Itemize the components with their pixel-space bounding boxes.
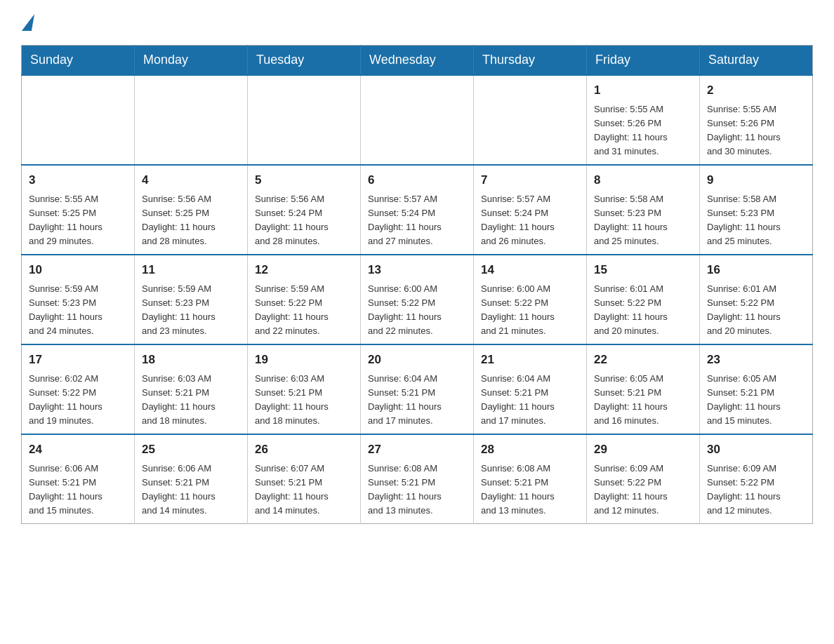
logo bbox=[21, 14, 33, 31]
calendar-cell bbox=[361, 75, 474, 165]
day-info: Sunrise: 5:55 AMSunset: 5:26 PMDaylight:… bbox=[707, 102, 805, 159]
calendar-cell: 4Sunrise: 5:56 AMSunset: 5:25 PMDaylight… bbox=[135, 165, 248, 255]
day-number: 2 bbox=[707, 81, 805, 100]
calendar-cell: 19Sunrise: 6:03 AMSunset: 5:21 PMDayligh… bbox=[248, 344, 361, 434]
day-number: 3 bbox=[29, 171, 127, 189]
day-info: Sunrise: 5:56 AMSunset: 5:24 PMDaylight:… bbox=[255, 192, 353, 249]
day-info: Sunrise: 6:05 AMSunset: 5:21 PMDaylight:… bbox=[707, 372, 805, 429]
calendar-week-row-2: 3Sunrise: 5:55 AMSunset: 5:25 PMDaylight… bbox=[22, 165, 813, 255]
calendar-cell: 17Sunrise: 6:02 AMSunset: 5:22 PMDayligh… bbox=[22, 344, 135, 434]
day-info: Sunrise: 6:05 AMSunset: 5:21 PMDaylight:… bbox=[594, 372, 692, 429]
day-number: 14 bbox=[481, 261, 579, 279]
calendar-cell: 28Sunrise: 6:08 AMSunset: 5:21 PMDayligh… bbox=[474, 434, 587, 524]
day-number: 19 bbox=[255, 351, 353, 369]
day-info: Sunrise: 6:08 AMSunset: 5:21 PMDaylight:… bbox=[481, 462, 579, 518]
calendar-cell bbox=[248, 75, 361, 165]
calendar-cell: 21Sunrise: 6:04 AMSunset: 5:21 PMDayligh… bbox=[474, 344, 587, 434]
calendar-cell: 23Sunrise: 6:05 AMSunset: 5:21 PMDayligh… bbox=[700, 344, 813, 434]
calendar-cell: 8Sunrise: 5:58 AMSunset: 5:23 PMDaylight… bbox=[587, 165, 700, 255]
day-number: 10 bbox=[29, 261, 127, 279]
calendar-header-saturday: Saturday bbox=[700, 46, 813, 76]
calendar-cell: 1Sunrise: 5:55 AMSunset: 5:26 PMDaylight… bbox=[587, 75, 700, 165]
calendar-cell: 13Sunrise: 6:00 AMSunset: 5:22 PMDayligh… bbox=[361, 255, 474, 344]
day-info: Sunrise: 5:56 AMSunset: 5:25 PMDaylight:… bbox=[142, 192, 240, 249]
day-info: Sunrise: 6:02 AMSunset: 5:22 PMDaylight:… bbox=[29, 372, 127, 429]
calendar-cell: 5Sunrise: 5:56 AMSunset: 5:24 PMDaylight… bbox=[248, 165, 361, 255]
day-number: 15 bbox=[594, 261, 692, 279]
day-info: Sunrise: 6:03 AMSunset: 5:21 PMDaylight:… bbox=[255, 372, 353, 429]
day-info: Sunrise: 6:09 AMSunset: 5:22 PMDaylight:… bbox=[594, 462, 692, 518]
day-number: 24 bbox=[29, 441, 127, 459]
day-number: 29 bbox=[594, 441, 692, 459]
calendar-cell: 2Sunrise: 5:55 AMSunset: 5:26 PMDaylight… bbox=[700, 75, 813, 165]
calendar-week-row-5: 24Sunrise: 6:06 AMSunset: 5:21 PMDayligh… bbox=[22, 434, 813, 524]
day-info: Sunrise: 6:01 AMSunset: 5:22 PMDaylight:… bbox=[594, 282, 692, 339]
calendar-cell: 7Sunrise: 5:57 AMSunset: 5:24 PMDaylight… bbox=[474, 165, 587, 255]
day-number: 5 bbox=[255, 171, 353, 189]
day-number: 21 bbox=[481, 351, 579, 369]
calendar-week-row-4: 17Sunrise: 6:02 AMSunset: 5:22 PMDayligh… bbox=[22, 344, 813, 434]
day-number: 11 bbox=[142, 261, 240, 279]
calendar-header-monday: Monday bbox=[135, 46, 248, 76]
day-info: Sunrise: 5:58 AMSunset: 5:23 PMDaylight:… bbox=[707, 192, 805, 249]
day-number: 28 bbox=[481, 441, 579, 459]
day-info: Sunrise: 6:00 AMSunset: 5:22 PMDaylight:… bbox=[481, 282, 579, 339]
day-number: 22 bbox=[594, 351, 692, 369]
day-info: Sunrise: 6:04 AMSunset: 5:21 PMDaylight:… bbox=[368, 372, 466, 429]
day-number: 27 bbox=[368, 441, 466, 459]
day-number: 1 bbox=[594, 81, 692, 100]
calendar-cell bbox=[135, 75, 248, 165]
day-number: 13 bbox=[368, 261, 466, 279]
calendar-cell: 16Sunrise: 6:01 AMSunset: 5:22 PMDayligh… bbox=[700, 255, 813, 344]
calendar-cell bbox=[22, 75, 135, 165]
day-number: 4 bbox=[142, 171, 240, 189]
day-info: Sunrise: 5:55 AMSunset: 5:26 PMDaylight:… bbox=[594, 102, 692, 159]
day-number: 6 bbox=[368, 171, 466, 189]
calendar-header-friday: Friday bbox=[587, 46, 700, 76]
day-info: Sunrise: 6:09 AMSunset: 5:22 PMDaylight:… bbox=[707, 462, 805, 518]
day-number: 20 bbox=[368, 351, 466, 369]
calendar-header-sunday: Sunday bbox=[22, 46, 135, 76]
day-info: Sunrise: 5:59 AMSunset: 5:22 PMDaylight:… bbox=[255, 282, 353, 339]
day-info: Sunrise: 6:00 AMSunset: 5:22 PMDaylight:… bbox=[368, 282, 466, 339]
day-info: Sunrise: 5:55 AMSunset: 5:25 PMDaylight:… bbox=[29, 192, 127, 249]
page-header bbox=[21, 14, 813, 31]
calendar-cell: 26Sunrise: 6:07 AMSunset: 5:21 PMDayligh… bbox=[248, 434, 361, 524]
calendar-cell: 15Sunrise: 6:01 AMSunset: 5:22 PMDayligh… bbox=[587, 255, 700, 344]
day-info: Sunrise: 6:01 AMSunset: 5:22 PMDaylight:… bbox=[707, 282, 805, 339]
day-info: Sunrise: 6:08 AMSunset: 5:21 PMDaylight:… bbox=[368, 462, 466, 518]
day-number: 25 bbox=[142, 441, 240, 459]
day-number: 18 bbox=[142, 351, 240, 369]
calendar-header-thursday: Thursday bbox=[474, 46, 587, 76]
day-info: Sunrise: 5:59 AMSunset: 5:23 PMDaylight:… bbox=[29, 282, 127, 339]
calendar-cell: 3Sunrise: 5:55 AMSunset: 5:25 PMDaylight… bbox=[22, 165, 135, 255]
day-number: 16 bbox=[707, 261, 805, 279]
calendar-cell: 22Sunrise: 6:05 AMSunset: 5:21 PMDayligh… bbox=[587, 344, 700, 434]
calendar-cell bbox=[474, 75, 587, 165]
calendar-cell: 6Sunrise: 5:57 AMSunset: 5:24 PMDaylight… bbox=[361, 165, 474, 255]
calendar-cell: 11Sunrise: 5:59 AMSunset: 5:23 PMDayligh… bbox=[135, 255, 248, 344]
calendar-cell: 29Sunrise: 6:09 AMSunset: 5:22 PMDayligh… bbox=[587, 434, 700, 524]
day-number: 7 bbox=[481, 171, 579, 189]
day-info: Sunrise: 5:58 AMSunset: 5:23 PMDaylight:… bbox=[594, 192, 692, 249]
calendar-header-tuesday: Tuesday bbox=[248, 46, 361, 76]
calendar-cell: 20Sunrise: 6:04 AMSunset: 5:21 PMDayligh… bbox=[361, 344, 474, 434]
calendar-cell: 18Sunrise: 6:03 AMSunset: 5:21 PMDayligh… bbox=[135, 344, 248, 434]
day-number: 17 bbox=[29, 351, 127, 369]
day-info: Sunrise: 6:07 AMSunset: 5:21 PMDaylight:… bbox=[255, 462, 353, 518]
day-info: Sunrise: 6:06 AMSunset: 5:21 PMDaylight:… bbox=[29, 462, 127, 518]
day-info: Sunrise: 5:57 AMSunset: 5:24 PMDaylight:… bbox=[368, 192, 466, 249]
day-info: Sunrise: 6:06 AMSunset: 5:21 PMDaylight:… bbox=[142, 462, 240, 518]
calendar-cell: 30Sunrise: 6:09 AMSunset: 5:22 PMDayligh… bbox=[700, 434, 813, 524]
calendar-cell: 24Sunrise: 6:06 AMSunset: 5:21 PMDayligh… bbox=[22, 434, 135, 524]
calendar-cell: 12Sunrise: 5:59 AMSunset: 5:22 PMDayligh… bbox=[248, 255, 361, 344]
day-info: Sunrise: 6:03 AMSunset: 5:21 PMDaylight:… bbox=[142, 372, 240, 429]
calendar-week-row-1: 1Sunrise: 5:55 AMSunset: 5:26 PMDaylight… bbox=[22, 75, 813, 165]
calendar-cell: 9Sunrise: 5:58 AMSunset: 5:23 PMDaylight… bbox=[700, 165, 813, 255]
day-number: 23 bbox=[707, 351, 805, 369]
calendar-header-row: SundayMondayTuesdayWednesdayThursdayFrid… bbox=[22, 46, 813, 76]
day-number: 12 bbox=[255, 261, 353, 279]
day-number: 30 bbox=[707, 441, 805, 459]
calendar-cell: 27Sunrise: 6:08 AMSunset: 5:21 PMDayligh… bbox=[361, 434, 474, 524]
day-number: 26 bbox=[255, 441, 353, 459]
